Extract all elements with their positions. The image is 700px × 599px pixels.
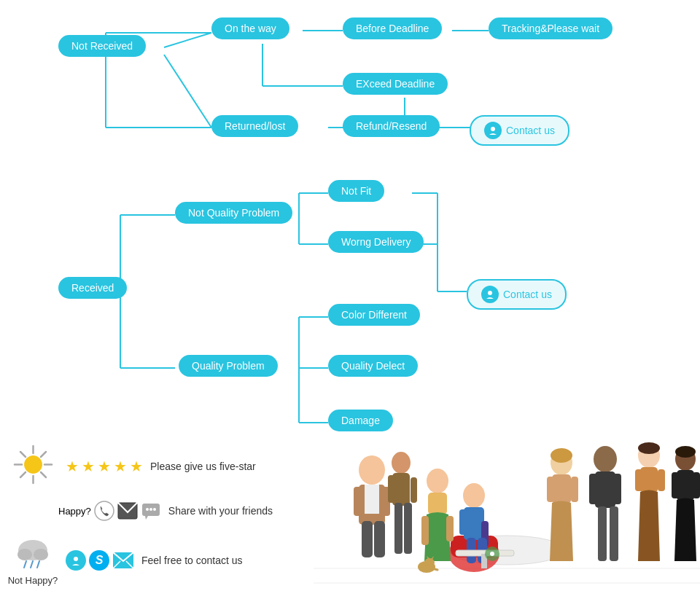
svg-rect-68: [374, 521, 385, 557]
svg-rect-105: [672, 472, 679, 498]
svg-line-37: [20, 452, 26, 457]
people-svg: [314, 408, 700, 599]
svg-rect-84: [411, 477, 417, 503]
star-1: ★: [66, 458, 79, 475]
svg-rect-80: [446, 516, 454, 541]
happy-row-1: ★ ★ ★ ★ ★ Please give us five-star: [7, 445, 343, 488]
svg-point-41: [95, 501, 114, 520]
svg-point-71: [463, 483, 485, 508]
svg-rect-85: [394, 503, 402, 554]
contact-us-1-label: Contact us: [506, 125, 555, 136]
svg-rect-89: [547, 477, 554, 502]
svg-line-53: [37, 561, 39, 568]
svg-rect-67: [362, 521, 373, 557]
quality-problem-node: Quality Problem: [179, 355, 278, 377]
svg-line-38: [41, 472, 46, 477]
svg-rect-97: [610, 506, 618, 561]
share-icons: [94, 501, 161, 521]
svg-rect-100: [635, 469, 642, 491]
svg-rect-82: [392, 473, 410, 506]
returned-lost-node: Returned/lost: [211, 115, 298, 137]
svg-point-102: [638, 442, 660, 454]
svg-rect-94: [589, 474, 597, 504]
contact-icon-1: [484, 122, 502, 139]
row2-text: Share with your friends: [168, 505, 273, 517]
row1-text: Please give us five-star: [150, 461, 256, 472]
sun-icon: [13, 445, 53, 485]
skype-icon: S: [89, 550, 109, 571]
not-happy-row: Not Happy? S Feel free to contact us: [7, 534, 343, 586]
contact-us-2-label: Contact us: [503, 289, 552, 300]
svg-rect-79: [421, 516, 429, 545]
svg-point-32: [24, 456, 42, 474]
svg-point-31: [488, 291, 492, 295]
tracking-wait-node: Tracking&Please wait: [489, 17, 612, 39]
row3-text: Feel free to contact us: [141, 555, 243, 566]
chat-icon: [141, 501, 161, 521]
svg-point-91: [551, 448, 572, 463]
not-fit-node: Not Fit: [328, 180, 384, 202]
happy-label: Happy?: [58, 506, 91, 517]
svg-rect-93: [595, 471, 615, 508]
svg-rect-99: [640, 467, 658, 493]
svg-line-40: [20, 472, 26, 477]
exceed-deadline-node: EXceed Deadline: [343, 73, 448, 95]
svg-point-13: [491, 127, 495, 131]
svg-rect-78: [428, 493, 447, 514]
people-illustration: [314, 408, 700, 599]
svg-point-54: [74, 557, 78, 561]
svg-rect-72: [464, 507, 484, 540]
stars-group: ★ ★ ★ ★ ★: [66, 458, 143, 475]
sun-icon-area: [7, 445, 58, 488]
contact-us-2-node[interactable]: Contact us: [467, 279, 567, 310]
cloud-icon-area: Not Happy?: [7, 534, 58, 586]
svg-point-50: [34, 549, 48, 560]
svg-rect-86: [404, 503, 412, 554]
svg-point-81: [392, 452, 411, 474]
cloud-rain-icon: [13, 534, 53, 571]
svg-line-1: [164, 55, 211, 128]
wrong-delivery-node: Worng Delivery: [328, 231, 424, 253]
contact-us-1-node[interactable]: Contact us: [470, 115, 569, 146]
envelope-icon: [112, 552, 134, 569]
star-4: ★: [114, 458, 127, 475]
svg-rect-101: [658, 469, 665, 491]
svg-rect-88: [552, 474, 571, 504]
aliwangwang-icon: [66, 550, 86, 571]
svg-rect-73: [459, 509, 467, 535]
svg-point-107: [675, 446, 696, 458]
happy-row-2: Happy? Share with your friends: [58, 501, 343, 521]
star-3: ★: [98, 458, 111, 475]
svg-rect-106: [693, 472, 700, 498]
not-happy-label: Not Happy?: [7, 575, 58, 586]
svg-point-63: [359, 455, 385, 485]
color-different-node: Color Different: [328, 304, 420, 326]
svg-line-39: [41, 452, 46, 457]
svg-line-52: [31, 561, 33, 568]
not-quality-node: Not Quality Problem: [175, 202, 292, 224]
received-node: Received: [58, 277, 127, 299]
contact-icons: S: [66, 550, 134, 571]
svg-rect-95: [613, 474, 621, 504]
phone-icon: [94, 501, 114, 521]
star-5: ★: [130, 458, 143, 475]
svg-rect-90: [571, 477, 578, 502]
svg-point-47: [153, 508, 156, 511]
svg-point-92: [594, 446, 617, 472]
svg-line-0: [164, 33, 211, 47]
feedback-section: ★ ★ ★ ★ ★ Please give us five-star Happy…: [7, 445, 343, 599]
svg-point-109: [424, 558, 435, 567]
svg-point-116: [490, 552, 494, 556]
svg-line-51: [24, 561, 26, 568]
contact-icon-2: [481, 286, 499, 303]
svg-rect-104: [677, 470, 694, 501]
svg-rect-70: [365, 485, 379, 514]
svg-rect-96: [598, 506, 607, 561]
svg-point-45: [146, 508, 149, 511]
refund-resend-node: Refund/Resend: [343, 115, 440, 137]
svg-point-46: [149, 508, 152, 511]
star-2: ★: [82, 458, 95, 475]
svg-point-77: [427, 469, 448, 493]
on-the-way-node: On the way: [211, 17, 289, 39]
quality-defect-node: Quality Delect: [328, 355, 418, 377]
